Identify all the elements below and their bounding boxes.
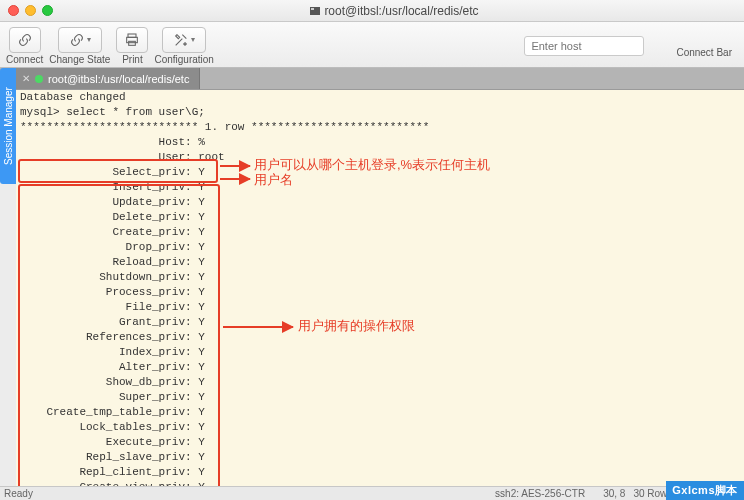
window-titlebar: root@itbsl:/usr/local/redis/etc [0, 0, 744, 22]
configuration-button[interactable]: ▾ [162, 27, 206, 53]
connect-label: Connect [6, 54, 43, 65]
watermark: Gxlcms脚本 [666, 481, 744, 500]
terminal-line: Host: % [20, 135, 740, 150]
tab-label: root@itbsl:/usr/local/redis/etc [48, 73, 189, 85]
chevron-down-icon: ▾ [191, 35, 195, 44]
arrow-icon [220, 178, 250, 180]
status-cursor-pos: 30, 8 [603, 488, 625, 499]
close-icon[interactable]: ✕ [22, 73, 30, 84]
minimize-button[interactable] [25, 5, 36, 16]
terminal-line: Database changed [20, 90, 740, 105]
tools-icon [173, 32, 189, 48]
change-state-button[interactable]: ▾ [58, 27, 102, 53]
status-ready: Ready [4, 488, 33, 499]
connect-group: Connect [6, 27, 43, 65]
status-bar: Ready ssh2: AES-256-CTR 30, 8 30 Rows, 1… [0, 486, 744, 500]
link-icon [17, 32, 33, 48]
printer-icon [124, 32, 140, 48]
host-input[interactable] [524, 36, 644, 56]
tab-bar: ✕ root@itbsl:/usr/local/redis/etc [0, 68, 744, 90]
session-manager-tab[interactable]: Session Manager [0, 68, 16, 184]
window-title: root@itbsl:/usr/local/redis/etc [53, 4, 736, 18]
change-state-label: Change State [49, 54, 110, 65]
print-group: Print [116, 27, 148, 65]
close-button[interactable] [8, 5, 19, 16]
tab-session[interactable]: ✕ root@itbsl:/usr/local/redis/etc [16, 68, 200, 89]
print-button[interactable] [116, 27, 148, 53]
terminal-pane[interactable]: Database changed mysql> select * from us… [16, 90, 744, 486]
status-cipher: ssh2: AES-256-CTR [495, 488, 585, 499]
terminal-line: *************************** 1. row *****… [20, 120, 740, 135]
terminal-line: mysql> select * from user\G; [20, 105, 740, 120]
arrow-icon [220, 165, 250, 167]
annotation-box [18, 159, 218, 183]
toolbar: Connect ▾ Change State Print ▾ Configura… [0, 22, 744, 68]
link-icon [69, 32, 85, 48]
arrow-icon [223, 326, 293, 328]
configuration-group: ▾ Configuration [154, 27, 213, 65]
annotation-text: 用户可以从哪个主机登录,%表示任何主机 [254, 157, 490, 172]
zoom-button[interactable] [42, 5, 53, 16]
svg-rect-2 [129, 41, 136, 45]
window-title-text: root@itbsl:/usr/local/redis/etc [324, 4, 478, 18]
connect-bar-label: Connect Bar [676, 47, 732, 58]
configuration-label: Configuration [154, 54, 213, 65]
change-state-group: ▾ Change State [49, 27, 110, 65]
status-dot-icon [35, 75, 43, 83]
terminal-icon [310, 7, 320, 15]
connect-button[interactable] [9, 27, 41, 53]
annotation-text: 用户拥有的操作权限 [298, 318, 415, 333]
chevron-down-icon: ▾ [87, 35, 91, 44]
print-label: Print [122, 54, 143, 65]
annotation-text: 用户名 [254, 172, 293, 187]
annotation-box [18, 184, 220, 486]
traffic-lights [8, 5, 53, 16]
